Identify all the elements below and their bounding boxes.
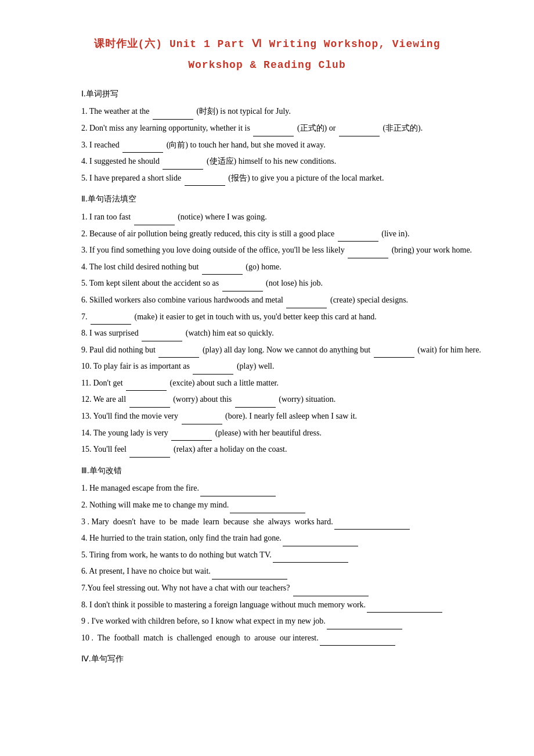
list-item: 6. At present, I have no choice but wait…	[46, 564, 488, 579]
list-item: 9. Paul did nothing but (play) all day l…	[46, 343, 488, 358]
list-item: 9 . I've worked with children before, so…	[46, 614, 488, 629]
section3-header: Ⅲ.单句改错	[46, 463, 488, 479]
list-item: 12. We are all (worry) about this (worry…	[46, 392, 488, 408]
list-item: 8. I was surprised (watch) him eat so qu…	[46, 326, 488, 341]
list-item: 2. Don't miss any learning opportunity, …	[46, 121, 488, 136]
list-item: 2. Because of air pollution being greatl…	[46, 226, 488, 242]
section2-header: Ⅱ.单句语法填空	[46, 192, 488, 207]
section1-header: Ⅰ.单词拼写	[46, 87, 488, 102]
title-line1: 课时作业(六) Unit 1 Part Ⅵ Writing Workshop, …	[46, 35, 488, 53]
list-item: 6. Skilled workers also combine various …	[46, 293, 488, 308]
list-item: 7. (make) it easier to get in touch with…	[46, 309, 488, 325]
list-item: 8. I don't think it possible to masterin…	[46, 597, 488, 613]
list-item: 1. I ran too fast (notice) where I was g…	[46, 210, 488, 225]
list-item: 13. You'll find the movie very (bore). I…	[46, 409, 488, 424]
list-item: 10 . The football match is challenged en…	[46, 631, 488, 646]
section4-header: Ⅳ.单句写作	[46, 651, 488, 667]
list-item: 10. To play fair is as important as (pla…	[46, 359, 488, 375]
title-line2: Workshop & Reading Club	[46, 56, 488, 74]
list-item: 3. I reached (向前) to touch her hand, but…	[46, 138, 488, 153]
list-item: 15. You'll feel (relax) after a holiday …	[46, 442, 488, 458]
list-item: 2. Nothing will make me to change my min…	[46, 498, 488, 513]
list-item: 5. Tiring from work, he wants to do noth…	[46, 548, 488, 563]
list-item: 4. He hurried to the train station, only…	[46, 531, 488, 546]
list-item: 5. Tom kept silent about the accident so…	[46, 276, 488, 291]
list-item: 3 . Mary doesn't have to be made learn b…	[46, 514, 488, 530]
list-item: 4. The lost child desired nothing but (g…	[46, 260, 488, 275]
list-item: 7.You feel stressing out. Why not have a…	[46, 581, 488, 596]
list-item: 4. I suggested he should (使适应) himself t…	[46, 154, 488, 170]
list-item: 1. The weather at the (时刻) is not typica…	[46, 104, 488, 120]
list-item: 3. If you find something you love doing …	[46, 243, 488, 258]
list-item: 1. He managed escape from the fire.	[46, 481, 488, 496]
list-item: 11. Don't get (excite) about such a litt…	[46, 376, 488, 391]
list-item: 5. I have prepared a short slide (报告) to…	[46, 171, 488, 186]
list-item: 14. The young lady is very (please) with…	[46, 426, 488, 441]
